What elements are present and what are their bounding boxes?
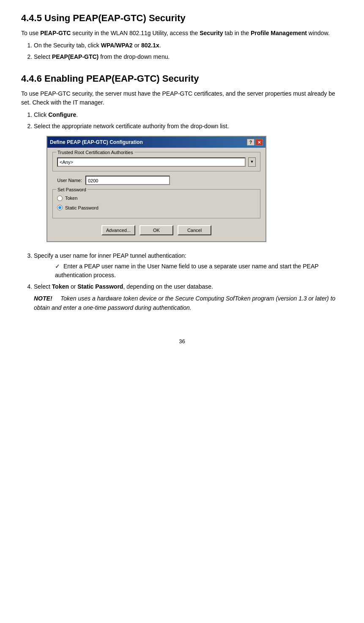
close-button[interactable]: ✕ — [255, 139, 263, 146]
cert-group-label: Trusted Root Certification Authorities — [56, 149, 134, 156]
step3-checklist: Enter a PEAP user name in the User Name … — [55, 262, 343, 280]
note-label: NOTE! — [34, 295, 52, 302]
section2-intro: To use PEAP-GTC security, the server mus… — [21, 89, 343, 107]
section1-title: 4.4.5 Using PEAP(EAP-GTC) Security — [21, 13, 343, 24]
step3-bullet: Enter a PEAP user name in the User Name … — [55, 262, 343, 280]
titlebar-left: Define PEAP (EAP-GTC) Configuration — [50, 138, 143, 146]
username-input[interactable]: 0200 — [85, 176, 170, 185]
username-label: User Name: — [52, 177, 82, 184]
set-password-label: Set Password — [56, 186, 88, 193]
cert-dropdown-value: <Any> — [60, 159, 73, 166]
cert-dropdown-arrow[interactable]: ▼ — [248, 157, 256, 167]
static-password-radio-row: Static Password — [57, 204, 256, 212]
cert-dropdown[interactable]: <Any> — [57, 157, 246, 167]
cert-dropdown-row: <Any> ▼ — [57, 157, 256, 167]
section1-intro: To use PEAP-GTC security in the WLAN 802… — [21, 29, 343, 38]
note-text: Token uses a hardware token device or th… — [34, 295, 335, 311]
page-number: 36 — [21, 338, 343, 345]
username-row: User Name: 0200 — [52, 176, 260, 185]
section2-step4: Select Token or Static Password, dependi… — [34, 282, 343, 313]
ok-button[interactable]: OK — [140, 225, 173, 235]
note-block: NOTE! Token uses a hardware token device… — [34, 294, 343, 313]
static-password-radio[interactable] — [57, 205, 63, 210]
cert-group: Trusted Root Certification Authorities <… — [52, 152, 260, 171]
set-password-group: Set Password Token Static Password — [52, 189, 260, 218]
dialog-body: Trusted Root Certification Authorities <… — [47, 148, 265, 241]
section2-step2: Select the appropriate network certifica… — [34, 122, 343, 247]
dialog-titlebar: Define PEAP (EAP-GTC) Configuration ? ✕ — [47, 137, 265, 148]
token-label: Token — [65, 195, 77, 202]
section1-step1: On the Security tab, click WPA/WPA2 or 8… — [34, 41, 343, 50]
help-button[interactable]: ? — [247, 139, 255, 146]
section1-steps: On the Security tab, click WPA/WPA2 or 8… — [34, 41, 343, 61]
advanced-button[interactable]: Advanced... — [101, 225, 135, 235]
dialog-window: Define PEAP (EAP-GTC) Configuration ? ✕ … — [47, 136, 266, 242]
token-radio[interactable] — [57, 196, 63, 201]
static-password-label: Static Password — [65, 204, 99, 212]
titlebar-controls: ? ✕ — [247, 139, 263, 146]
dialog-screenshot: Define PEAP (EAP-GTC) Configuration ? ✕ … — [47, 136, 266, 242]
section2-title: 4.4.6 Enabling PEAP(EAP-GTC) Security — [21, 73, 343, 84]
section2-step1: Click Configure. — [34, 110, 343, 119]
dialog-title: Define PEAP (EAP-GTC) Configuration — [50, 138, 143, 146]
dialog-buttons: Advanced... OK Cancel — [52, 223, 260, 237]
step3-text: Specify a user name for inner PEAP tunne… — [34, 252, 186, 259]
token-radio-row: Token — [57, 195, 256, 202]
section2-step3: Specify a user name for inner PEAP tunne… — [34, 251, 343, 280]
section1-step2: Select PEAP(EAP-GTC) from the drop-down … — [34, 52, 343, 61]
section2-steps: Click Configure. Select the appropriate … — [34, 110, 343, 247]
cancel-button[interactable]: Cancel — [178, 225, 211, 235]
section2-steps-continued: Specify a user name for inner PEAP tunne… — [34, 251, 343, 313]
